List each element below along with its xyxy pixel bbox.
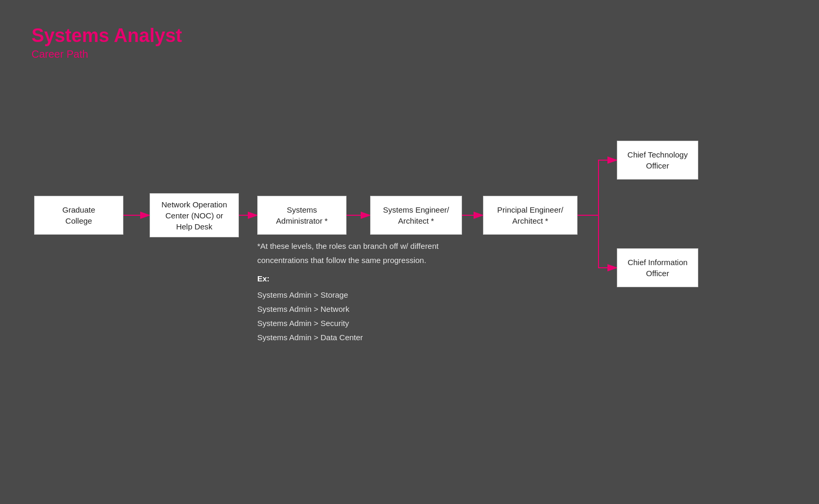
page-title: Systems Analyst [32,25,182,46]
box-principal-label: Principal Engineer/Architect * [497,204,563,226]
box-sysengineer: Systems Engineer/Architect * [370,196,462,235]
note-item-2: Systems Admin > Network [257,302,438,316]
box-noc-label: Network OperationCenter (NOC) orHelp Des… [161,199,227,232]
note-ex-label: Ex: [257,274,269,283]
header: Systems Analyst Career Path [32,25,182,60]
box-sysadmin: SystemsAdministrator * [257,196,346,235]
box-cto-label: Chief TechnologyOfficer [627,149,688,171]
box-principal: Principal Engineer/Architect * [483,196,578,235]
box-graduate: GraduateCollege [34,196,123,235]
box-graduate-label: GraduateCollege [62,204,96,226]
box-cto: Chief TechnologyOfficer [617,141,698,180]
note-item-3: Systems Admin > Security [257,316,438,330]
box-sysengineer-label: Systems Engineer/Architect * [383,204,449,226]
note-item-1: Systems Admin > Storage [257,288,438,302]
career-path-diagram: GraduateCollege Network OperationCenter … [0,147,819,410]
page-subtitle: Career Path [32,48,182,60]
note-line1: *At these levels, the roles can branch o… [257,239,438,253]
box-cio: Chief InformationOfficer [617,248,698,287]
box-cio-label: Chief InformationOfficer [627,257,687,279]
box-noc: Network OperationCenter (NOC) orHelp Des… [150,193,239,237]
note-item-4: Systems Admin > Data Center [257,330,438,344]
box-sysadmin-label: SystemsAdministrator * [276,204,328,226]
note-line2: concentrations that follow the same prog… [257,253,438,267]
note-section: *At these levels, the roles can branch o… [257,239,438,344]
